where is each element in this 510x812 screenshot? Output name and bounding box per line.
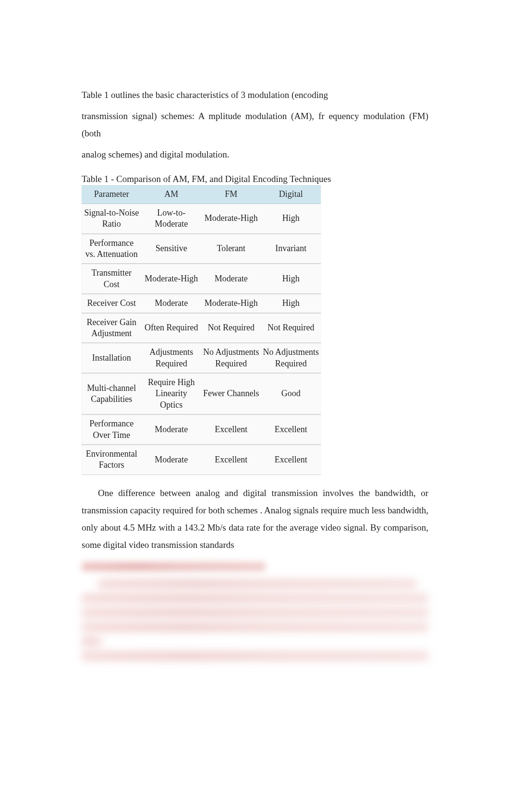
blurred-line — [98, 580, 417, 588]
blurred-line — [82, 594, 428, 603]
table-cell: Require High Linearity Optics — [142, 373, 202, 414]
table-cell: Transmitter Cost — [82, 264, 142, 294]
table-cell: Moderate-High — [142, 264, 202, 294]
intro-paragraph-line1: Table 1 outlines the basic characteristi… — [82, 86, 428, 104]
table-cell: Excellent — [261, 414, 321, 445]
table-row: Receiver Gain Adjustment Often Required … — [82, 313, 321, 343]
blurred-paragraph — [82, 580, 428, 660]
blurred-line — [82, 637, 102, 646]
table-cell: Invariant — [261, 234, 321, 264]
table-header-cell: AM — [142, 185, 202, 203]
table-cell: High — [261, 204, 321, 234]
blurred-line — [82, 562, 266, 571]
intro-paragraph-line2: transmission signal) schemes: A mplitude… — [82, 108, 428, 142]
table-cell: Performance Over Time — [82, 414, 142, 445]
table-cell: Receiver Gain Adjustment — [82, 313, 142, 343]
blurred-line — [82, 608, 428, 617]
intro-paragraph-line3: analog schemes) and digital modulation. — [82, 146, 428, 163]
table-cell: Not Required — [201, 313, 261, 343]
table-cell: Good — [261, 373, 321, 414]
table-cell: Moderate — [142, 414, 202, 445]
table-cell: Moderate — [201, 264, 261, 294]
table-cell: Low-to-Moderate — [142, 204, 202, 234]
table-row: Environmental Factors Moderate Excellent… — [82, 445, 321, 475]
table-header-row: Parameter AM FM Digital — [82, 185, 321, 203]
table-cell: Environmental Factors — [82, 445, 142, 475]
table-row: Performance vs. Attenuation Sensitive To… — [82, 234, 321, 264]
blurred-content — [82, 562, 428, 571]
table-row: Performance Over Time Moderate Excellent… — [82, 414, 321, 445]
table-header-cell: FM — [201, 185, 261, 203]
blurred-line — [82, 652, 428, 660]
table-caption: Table 1 - Comparison of AM, FM, and Digi… — [82, 174, 428, 184]
table-cell: No Adjustments Required — [261, 343, 321, 373]
table-cell: Tolerant — [201, 234, 261, 264]
table-cell: Installation — [82, 343, 142, 373]
table-cell: Moderate — [142, 445, 202, 475]
table-cell: Moderate-High — [201, 294, 261, 313]
table-cell: Excellent — [201, 414, 261, 445]
table-cell: Sensitive — [142, 234, 202, 264]
table-cell: Excellent — [261, 445, 321, 475]
table-cell: Adjustments Required — [142, 343, 202, 373]
table-cell: No Adjustments Required — [201, 343, 261, 373]
table-row: Receiver Cost Moderate Moderate-High Hig… — [82, 294, 321, 313]
table-row: Signal-to-Noise Ratio Low-to-Moderate Mo… — [82, 204, 321, 234]
table-cell: Moderate — [142, 294, 202, 313]
table-cell: Excellent — [201, 445, 261, 475]
body-paragraph: One difference between analog and digita… — [82, 485, 428, 554]
document-page: Table 1 outlines the basic characteristi… — [0, 0, 510, 695]
table-body: Signal-to-Noise Ratio Low-to-Moderate Mo… — [82, 204, 321, 475]
table-cell: Performance vs. Attenuation — [82, 234, 142, 264]
table-cell: Moderate-High — [201, 204, 261, 234]
table-cell: Receiver Cost — [82, 294, 142, 313]
table-cell: Fewer Channels — [201, 373, 261, 414]
blurred-line — [82, 623, 428, 631]
table-row: Installation Adjustments Required No Adj… — [82, 343, 321, 373]
table-row: Transmitter Cost Moderate-High Moderate … — [82, 264, 321, 294]
table-cell: High — [261, 294, 321, 313]
table-cell: Not Required — [261, 313, 321, 343]
table-cell: Multi-channel Capabilities — [82, 373, 142, 414]
table-cell: Often Required — [142, 313, 202, 343]
table-row: Multi-channel Capabilities Require High … — [82, 373, 321, 414]
table-cell: High — [261, 264, 321, 294]
table-cell: Signal-to-Noise Ratio — [82, 204, 142, 234]
comparison-table: Parameter AM FM Digital Signal-to-Noise … — [82, 185, 321, 474]
table-header-cell: Digital — [261, 185, 321, 203]
table-header-cell: Parameter — [82, 185, 142, 203]
